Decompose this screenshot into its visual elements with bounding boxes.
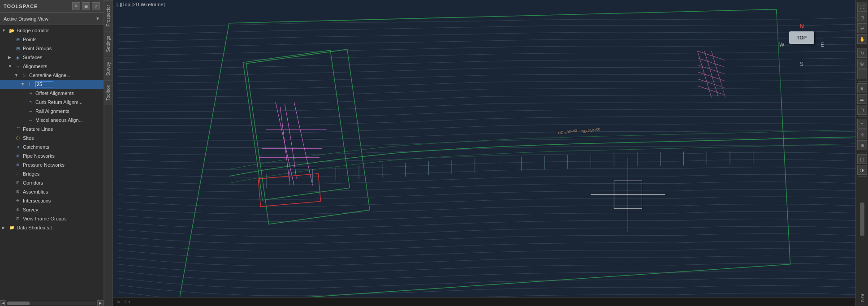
visual-styles-icon[interactable]: ◑: [857, 165, 867, 175]
tree-container[interactable]: 📂 Bridge corridor ⊕ Points ⊞ Point Group…: [0, 25, 104, 300]
tree-item-survey[interactable]: ⊕ Survey: [0, 205, 104, 214]
tree-item-intersections[interactable]: ✛ Intersections: [0, 196, 104, 205]
25-expand-arrow[interactable]: [21, 82, 27, 86]
root-label: Bridge corridor: [17, 28, 49, 33]
side-tab-survey[interactable]: Survey: [104, 57, 112, 80]
tree-item-curb-return[interactable]: ↰ Curb Return Alignm...: [0, 98, 104, 107]
sites-label: Sites: [23, 135, 34, 141]
tree-item-rail-alignments[interactable]: ⊸ Rail Alignments: [0, 107, 104, 116]
alignments-expand-arrow[interactable]: [8, 64, 14, 69]
pressure-networks-label: Pressure Networks: [23, 162, 65, 168]
tree-item-surfaces[interactable]: ◈ Surfaces: [0, 53, 104, 62]
tree-item-corridors[interactable]: ⊞ Corridors: [0, 178, 104, 187]
compass-south: S: [800, 61, 803, 67]
tree-item-alignments[interactable]: ↔ Alignments: [0, 62, 104, 71]
curb-return-icon: ↰: [27, 99, 34, 106]
orbit-icon[interactable]: ↻: [857, 48, 867, 58]
main-viewport[interactable]: [-][Top][2D Wireframe]: [113, 0, 855, 306]
side-tabs-panel: Prospector Settings Survey Toolbox: [104, 0, 113, 306]
nav-cube[interactable]: N S E W TOP: [779, 22, 824, 67]
misc-alignments-icon: ⋯: [27, 116, 34, 124]
toolbar-separator-3: [858, 116, 867, 117]
25-icon: ⊢: [27, 81, 34, 88]
status-coords: ⊕ Co: [117, 300, 130, 304]
corridors-label: Corridors: [23, 180, 43, 185]
scroll-left-arrow[interactable]: ◀: [0, 300, 6, 306]
data-shortcuts-icon: 📁: [8, 224, 15, 231]
survey-icon: ⊕: [14, 206, 22, 213]
surfaces-expand-arrow[interactable]: [8, 55, 14, 60]
toolspace-icons: ⧉ ▣ ?: [72, 2, 100, 10]
centerline-expand-arrow[interactable]: [14, 73, 21, 78]
tree-item-points[interactable]: ⊕ Points: [0, 35, 104, 44]
survey-label: Survey: [23, 207, 38, 212]
tree-item-data-shortcuts[interactable]: 📁 Data Shortcuts [: [0, 223, 104, 232]
viewport-vscrollbar[interactable]: [860, 181, 864, 291]
pan-icon[interactable]: ✋: [857, 34, 867, 44]
cube-top-face[interactable]: TOP: [789, 31, 814, 44]
zoom-extents-icon[interactable]: ⛶: [857, 2, 867, 12]
rail-alignments-label: Rail Alignments: [35, 108, 69, 114]
intersections-icon: ✛: [14, 197, 22, 204]
tree-item-25[interactable]: ⊢: [0, 80, 104, 89]
tree-item-bridges[interactable]: ⌐ Bridges: [0, 169, 104, 178]
right-toolbar: ⛶ ⊡ ↩ ✋ ↻ ◎ ↑ ≡ ☰ ⊓ ⌖ ⊹ ⊞ ◫ ◑ BIM: [855, 0, 868, 306]
matchprop-icon[interactable]: ⊓: [857, 105, 867, 115]
grid-icon[interactable]: ⊞: [857, 140, 867, 150]
feature-lines-icon: ⌒: [14, 125, 22, 133]
tree-bottom-scrollbar: ◀ ▶: [0, 300, 104, 306]
tree-item-pressure-networks[interactable]: ⊛ Pressure Networks: [0, 160, 104, 169]
toolbar-separator-4: [858, 152, 867, 152]
tree-item-assemblies[interactable]: ⊠ Assemblies: [0, 187, 104, 196]
zoom-window-icon[interactable]: ⊡: [857, 13, 867, 22]
vscroll-thumb: [860, 203, 864, 236]
h-scroll-thumb: [7, 302, 30, 305]
tree-item-offset-alignments[interactable]: ⊣ Offset Alignments: [0, 89, 104, 98]
tree-root[interactable]: 📂 Bridge corridor: [0, 26, 104, 35]
side-tab-prospector[interactable]: Prospector: [104, 0, 112, 31]
named-views-icon[interactable]: ◫: [857, 154, 867, 164]
tree-item-pipe-networks[interactable]: ⊕ Pipe Networks: [0, 151, 104, 160]
corridors-icon: ⊞: [14, 179, 22, 186]
rail-alignments-icon: ⊸: [27, 108, 34, 115]
alignments-label: Alignments: [23, 64, 47, 69]
assemblies-label: Assemblies: [23, 189, 48, 194]
view-frame-groups-icon: ⊟: [14, 215, 22, 222]
walk-icon[interactable]: ↑: [857, 69, 867, 79]
alignments-icon: ↔: [14, 63, 22, 70]
tree-item-point-groups[interactable]: ⊞ Point Groups: [0, 44, 104, 53]
tree-item-sites[interactable]: ⬡ Sites: [0, 134, 104, 142]
side-tab-settings[interactable]: Settings: [104, 31, 112, 56]
active-drawing-view-header[interactable]: Active Drawing View ▼: [0, 13, 104, 25]
lookaround-icon[interactable]: ◎: [857, 59, 867, 69]
polar-tracking-icon[interactable]: ⊹: [857, 129, 867, 139]
viewport-header-label: [-][Top][2D Wireframe]: [113, 0, 168, 9]
side-tab-toolbox[interactable]: Toolbox: [104, 80, 112, 105]
root-expand-arrow[interactable]: [2, 28, 8, 33]
copy-properties-icon[interactable]: ⧉: [72, 2, 80, 10]
point-groups-label: Point Groups: [23, 46, 52, 51]
display-icon[interactable]: ▣: [82, 2, 90, 10]
tree-item-centerline[interactable]: ▷ Centerline Aligne...: [0, 71, 104, 80]
tree-item-catchments[interactable]: ⊿ Catchments: [0, 142, 104, 151]
tree-item-feature-lines[interactable]: ⌒ Feature Lines: [0, 125, 104, 134]
misc-alignments-label: Miscellaneous Align...: [35, 117, 83, 123]
h-scroll-track[interactable]: [7, 302, 96, 305]
tree-item-view-frame-groups[interactable]: ⊟ View Frame Groups: [0, 214, 104, 223]
zoom-previous-icon[interactable]: ↩: [857, 23, 867, 33]
root-folder-icon: 📂: [8, 27, 15, 34]
help-icon[interactable]: ?: [92, 2, 100, 10]
tree-item-misc-alignments[interactable]: ⋯ Miscellaneous Align...: [0, 116, 104, 125]
curb-return-label: Curb Return Alignm...: [35, 99, 82, 105]
catchments-icon: ⊿: [14, 143, 22, 151]
feature-lines-label: Feature Lines: [23, 126, 53, 132]
properties-icon[interactable]: ☰: [857, 94, 867, 104]
object-snap-icon[interactable]: ⌖: [857, 119, 867, 129]
pressure-networks-icon: ⊛: [14, 161, 22, 168]
data-shortcuts-expand-arrow[interactable]: [2, 225, 8, 230]
bridges-label: Bridges: [23, 171, 39, 177]
scroll-right-arrow[interactable]: ▶: [97, 300, 104, 306]
compass-west: W: [779, 42, 784, 48]
25-input[interactable]: [35, 81, 53, 87]
layer-icon[interactable]: ≡: [857, 83, 867, 93]
